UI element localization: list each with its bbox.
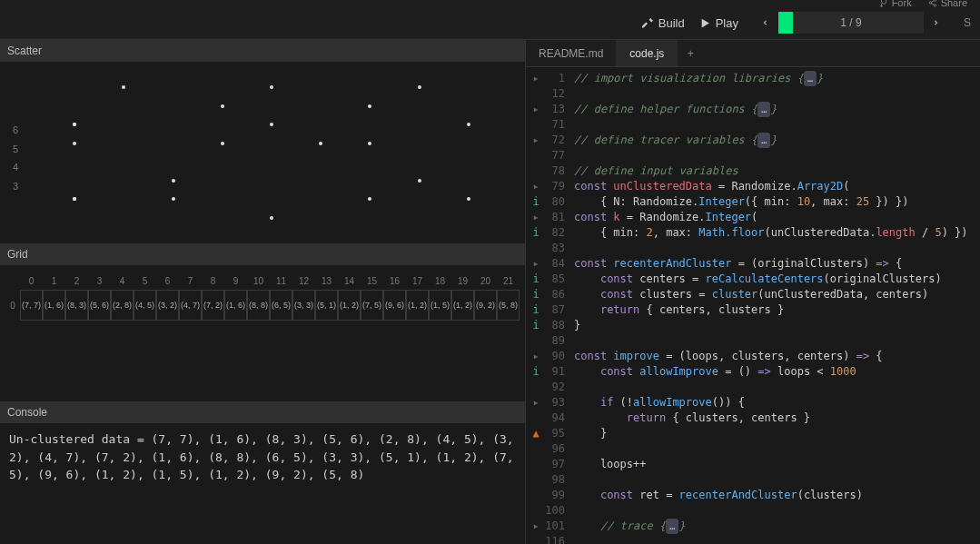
- grid-cell: (8, 8): [247, 290, 270, 321]
- info-icon: i: [531, 194, 540, 210]
- grid-cell: (2, 8): [111, 290, 134, 321]
- gutter: ▸112▸1371▸727778▸79i80▸81i8283▸84i85i86i…: [526, 67, 567, 544]
- code-line[interactable]: const k = Randomize.Integer(: [574, 210, 980, 225]
- code-line[interactable]: { N: Randomize.Integer({ min: 10, max: 2…: [574, 194, 980, 210]
- gutter-line: ▸72: [531, 133, 565, 148]
- line-number: 78: [543, 163, 565, 179]
- code-line[interactable]: // trace {…}: [574, 519, 980, 534]
- line-number: 116: [543, 534, 565, 544]
- share-label: Share: [941, 0, 967, 8]
- build-button[interactable]: Build: [642, 16, 685, 30]
- code-editor[interactable]: ▸112▸1371▸727778▸79i80▸81i8283▸84i85i86i…: [526, 67, 980, 544]
- grid-col-header: 6: [156, 276, 179, 286]
- gutter-line: i80: [531, 194, 565, 210]
- fold-icon: ▸: [531, 133, 540, 148]
- line-number: 71: [543, 117, 565, 133]
- gutter-line: i82: [531, 225, 565, 241]
- line-number: 72: [543, 133, 565, 148]
- line-number: 93: [543, 395, 565, 410]
- code-line[interactable]: }: [574, 318, 980, 333]
- play-button[interactable]: Play: [699, 16, 738, 30]
- play-icon: [699, 17, 711, 29]
- fork-link[interactable]: Fork: [879, 0, 912, 8]
- code-line[interactable]: const centers = reCalculateCenters(origi…: [574, 272, 980, 287]
- code-line[interactable]: if (!allowImprove()) {: [574, 395, 980, 410]
- grid-col-header: 3: [88, 276, 111, 286]
- code-line[interactable]: const clusters = cluster(unClusteredData…: [574, 287, 980, 302]
- scatter-point: [73, 142, 76, 145]
- grid-col-header: 16: [383, 276, 406, 286]
- next-button[interactable]: [924, 12, 949, 34]
- code-line[interactable]: const allowImprove = () => loops < 1000: [574, 364, 980, 380]
- code-line[interactable]: // define input variables: [574, 163, 980, 179]
- svg-line-7: [931, 4, 934, 5]
- code-area[interactable]: // import visualization libraries {…} //…: [567, 67, 980, 544]
- code-line[interactable]: }: [574, 426, 980, 441]
- warning-icon: ▲: [531, 426, 540, 441]
- scatter-y-tick: 5: [13, 143, 18, 154]
- code-line[interactable]: [574, 148, 980, 163]
- code-line[interactable]: const unClusteredData = Randomize.Array2…: [574, 179, 980, 194]
- code-line[interactable]: const ret = recenterAndCluster(clusters): [574, 488, 980, 503]
- player-toolbar: Build Play 1 / 9 S: [0, 12, 980, 39]
- code-line[interactable]: const improve = (loops, clusters, center…: [574, 349, 980, 364]
- code-line[interactable]: // import visualization libraries {…}: [574, 71, 980, 86]
- editor-pane: README.mdcode.js + ▸112▸1371▸727778▸79i8…: [526, 40, 980, 544]
- code-line[interactable]: // define tracer variables {…}: [574, 133, 980, 148]
- tab-code-js[interactable]: code.js: [617, 40, 678, 66]
- line-number: 86: [543, 287, 565, 302]
- code-line[interactable]: [574, 503, 980, 519]
- fold-icon: ▸: [531, 395, 540, 410]
- code-line[interactable]: return { clusters, centers }: [574, 410, 980, 426]
- scatter-chart: 3456: [0, 62, 525, 243]
- code-line[interactable]: [574, 241, 980, 256]
- code-line[interactable]: [574, 333, 980, 349]
- grid-col-header: 1: [43, 276, 65, 286]
- gutter-line: i85: [531, 272, 565, 287]
- code-line[interactable]: return { centers, clusters }: [574, 302, 980, 318]
- info-icon: i: [531, 364, 540, 380]
- visualizer-pane: Scatter 3456 Grid 0123456789101112131415…: [0, 40, 526, 544]
- scatter-point: [172, 179, 175, 183]
- grid-cell: (9, 6): [383, 290, 406, 321]
- share-icon: [928, 0, 937, 7]
- code-line[interactable]: [574, 534, 980, 544]
- add-tab-button[interactable]: +: [678, 40, 703, 66]
- grid-col-header: 4: [111, 276, 134, 286]
- fold-icon: ▸: [531, 349, 540, 364]
- grid-cell: (7, 2): [202, 290, 224, 321]
- prev-button[interactable]: [753, 12, 778, 34]
- grid-cell: (9, 2): [474, 290, 497, 321]
- scatter-point: [319, 142, 322, 145]
- code-line[interactable]: { min: 2, max: Math.floor(unClusteredDat…: [574, 225, 980, 241]
- line-number: 96: [543, 441, 565, 457]
- line-number: 13: [543, 102, 565, 117]
- line-number: 92: [543, 380, 565, 395]
- scatter-point: [467, 197, 470, 201]
- line-number: 77: [543, 148, 565, 163]
- code-line[interactable]: [574, 117, 980, 133]
- scatter-y-tick: 6: [13, 124, 18, 135]
- code-line[interactable]: [574, 86, 980, 102]
- code-line[interactable]: const recenterAndCluster = (originalClus…: [574, 256, 980, 272]
- gutter-line: ▸81: [531, 210, 565, 225]
- code-line[interactable]: [574, 441, 980, 457]
- line-number: 87: [543, 302, 565, 318]
- code-line[interactable]: loops++: [574, 457, 980, 472]
- gutter-line: i91: [531, 364, 565, 380]
- code-line[interactable]: [574, 472, 980, 488]
- line-number: 80: [543, 194, 565, 210]
- gutter-line: 96: [531, 441, 565, 457]
- grid-col-header: 7: [179, 276, 202, 286]
- tab-README-md[interactable]: README.md: [526, 40, 617, 66]
- pager: 1 / 9: [753, 12, 949, 34]
- code-line[interactable]: [574, 380, 980, 395]
- scatter-point: [73, 197, 76, 201]
- fold-icon: ▸: [531, 256, 540, 272]
- grid-col-header: 13: [315, 276, 338, 286]
- code-line[interactable]: // define helper functions {…}: [574, 102, 980, 117]
- progress-bar[interactable]: 1 / 9: [778, 12, 924, 34]
- line-number: 85: [543, 272, 565, 287]
- info-icon: i: [531, 225, 540, 241]
- share-link[interactable]: Share: [928, 0, 967, 8]
